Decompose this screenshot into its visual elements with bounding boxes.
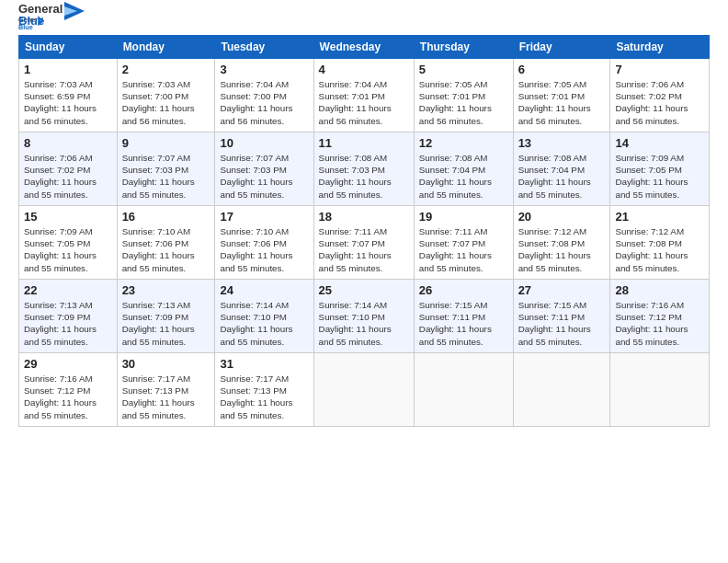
day-number: 20	[518, 210, 606, 224]
day-number: 27	[518, 283, 606, 297]
day-number: 21	[615, 210, 704, 224]
calendar-cell: 10Sunrise: 7:07 AM Sunset: 7:03 PM Dayli…	[215, 132, 313, 206]
calendar-cell: 16Sunrise: 7:10 AM Sunset: 7:06 PM Dayli…	[117, 206, 215, 280]
day-info: Sunrise: 7:14 AM Sunset: 7:10 PM Dayligh…	[220, 299, 308, 348]
calendar-cell	[610, 353, 710, 427]
day-number: 10	[220, 136, 308, 150]
calendar-cell: 15Sunrise: 7:09 AM Sunset: 7:05 PM Dayli…	[19, 206, 118, 280]
day-info: Sunrise: 7:15 AM Sunset: 7:11 PM Dayligh…	[419, 299, 508, 348]
calendar-cell: 13Sunrise: 7:08 AM Sunset: 7:04 PM Dayli…	[513, 132, 610, 206]
calendar-cell: 29Sunrise: 7:16 AM Sunset: 7:12 PM Dayli…	[19, 353, 118, 427]
calendar-cell: 7Sunrise: 7:06 AM Sunset: 7:02 PM Daylig…	[610, 59, 710, 132]
weekday-header-thursday: Thursday	[414, 36, 513, 59]
logo-arrow-icon	[64, 0, 85, 24]
calendar-cell: 28Sunrise: 7:16 AM Sunset: 7:12 PM Dayli…	[610, 280, 710, 353]
calendar-week-2: 8Sunrise: 7:06 AM Sunset: 7:02 PM Daylig…	[19, 132, 710, 206]
calendar-cell	[414, 353, 513, 427]
day-number: 16	[122, 210, 210, 224]
calendar-cell: 8Sunrise: 7:06 AM Sunset: 7:02 PM Daylig…	[19, 132, 118, 206]
day-number: 18	[319, 210, 409, 224]
day-info: Sunrise: 7:03 AM Sunset: 6:59 PM Dayligh…	[24, 78, 112, 127]
calendar-week-1: 1Sunrise: 7:03 AM Sunset: 6:59 PM Daylig…	[19, 59, 710, 132]
logo: General Blue General Blue	[18, 15, 85, 28]
weekday-header-wednesday: Wednesday	[313, 36, 414, 59]
calendar-cell: 5Sunrise: 7:05 AM Sunset: 7:01 PM Daylig…	[414, 59, 513, 132]
day-number: 17	[220, 210, 308, 224]
calendar-cell: 26Sunrise: 7:15 AM Sunset: 7:11 PM Dayli…	[414, 280, 513, 353]
day-info: Sunrise: 7:11 AM Sunset: 7:07 PM Dayligh…	[319, 225, 409, 274]
day-number: 23	[122, 283, 210, 297]
day-info: Sunrise: 7:12 AM Sunset: 7:08 PM Dayligh…	[615, 225, 704, 274]
calendar-week-5: 29Sunrise: 7:16 AM Sunset: 7:12 PM Dayli…	[19, 353, 710, 427]
logo-blue: Blue	[18, 14, 63, 28]
day-info: Sunrise: 7:04 AM Sunset: 7:01 PM Dayligh…	[319, 78, 409, 127]
day-number: 28	[615, 283, 704, 297]
day-info: Sunrise: 7:07 AM Sunset: 7:03 PM Dayligh…	[220, 152, 308, 201]
calendar-cell: 3Sunrise: 7:04 AM Sunset: 7:00 PM Daylig…	[215, 59, 313, 132]
day-info: Sunrise: 7:13 AM Sunset: 7:09 PM Dayligh…	[122, 299, 210, 348]
day-info: Sunrise: 7:14 AM Sunset: 7:10 PM Dayligh…	[319, 299, 409, 348]
day-info: Sunrise: 7:17 AM Sunset: 7:13 PM Dayligh…	[122, 373, 210, 421]
day-info: Sunrise: 7:06 AM Sunset: 7:02 PM Dayligh…	[24, 152, 112, 201]
day-number: 29	[24, 357, 112, 371]
page-header: General Blue General Blue	[18, 15, 710, 28]
weekday-header-tuesday: Tuesday	[215, 36, 313, 59]
day-info: Sunrise: 7:06 AM Sunset: 7:02 PM Dayligh…	[615, 78, 704, 127]
day-number: 13	[518, 136, 606, 150]
calendar-cell: 24Sunrise: 7:14 AM Sunset: 7:10 PM Dayli…	[215, 280, 313, 353]
day-info: Sunrise: 7:15 AM Sunset: 7:11 PM Dayligh…	[518, 299, 606, 348]
day-info: Sunrise: 7:10 AM Sunset: 7:06 PM Dayligh…	[220, 225, 308, 274]
calendar-cell: 11Sunrise: 7:08 AM Sunset: 7:03 PM Dayli…	[313, 132, 414, 206]
day-number: 3	[220, 63, 308, 76]
day-info: Sunrise: 7:08 AM Sunset: 7:04 PM Dayligh…	[518, 152, 606, 201]
day-number: 22	[24, 283, 112, 297]
weekday-header-saturday: Saturday	[610, 36, 710, 59]
calendar-cell	[513, 353, 610, 427]
day-number: 14	[615, 136, 704, 150]
day-number: 5	[419, 63, 508, 76]
calendar-cell: 19Sunrise: 7:11 AM Sunset: 7:07 PM Dayli…	[414, 206, 513, 280]
day-number: 7	[615, 63, 704, 76]
calendar-cell: 21Sunrise: 7:12 AM Sunset: 7:08 PM Dayli…	[610, 206, 710, 280]
day-info: Sunrise: 7:16 AM Sunset: 7:12 PM Dayligh…	[24, 373, 112, 421]
calendar-week-4: 22Sunrise: 7:13 AM Sunset: 7:09 PM Dayli…	[19, 280, 710, 353]
weekday-header-friday: Friday	[513, 36, 610, 59]
day-number: 19	[419, 210, 508, 224]
day-info: Sunrise: 7:09 AM Sunset: 7:05 PM Dayligh…	[615, 152, 704, 201]
calendar-cell: 1Sunrise: 7:03 AM Sunset: 6:59 PM Daylig…	[19, 59, 118, 132]
day-number: 26	[419, 283, 508, 297]
day-info: Sunrise: 7:17 AM Sunset: 7:13 PM Dayligh…	[220, 373, 308, 421]
day-info: Sunrise: 7:08 AM Sunset: 7:03 PM Dayligh…	[319, 152, 409, 201]
calendar-cell: 14Sunrise: 7:09 AM Sunset: 7:05 PM Dayli…	[610, 132, 710, 206]
day-info: Sunrise: 7:11 AM Sunset: 7:07 PM Dayligh…	[419, 225, 508, 274]
calendar-cell: 30Sunrise: 7:17 AM Sunset: 7:13 PM Dayli…	[117, 353, 215, 427]
day-number: 24	[220, 283, 308, 297]
calendar-cell: 22Sunrise: 7:13 AM Sunset: 7:09 PM Dayli…	[19, 280, 118, 353]
day-number: 30	[122, 357, 210, 371]
day-number: 15	[24, 210, 112, 224]
calendar-cell: 4Sunrise: 7:04 AM Sunset: 7:01 PM Daylig…	[313, 59, 414, 132]
day-number: 31	[220, 357, 308, 371]
weekday-header-monday: Monday	[117, 36, 215, 59]
day-number: 25	[319, 283, 409, 297]
day-info: Sunrise: 7:04 AM Sunset: 7:00 PM Dayligh…	[220, 78, 308, 127]
calendar-cell: 20Sunrise: 7:12 AM Sunset: 7:08 PM Dayli…	[513, 206, 610, 280]
day-number: 11	[319, 136, 409, 150]
calendar-cell: 17Sunrise: 7:10 AM Sunset: 7:06 PM Dayli…	[215, 206, 313, 280]
day-info: Sunrise: 7:13 AM Sunset: 7:09 PM Dayligh…	[24, 299, 112, 348]
day-number: 8	[24, 136, 112, 150]
day-number: 4	[319, 63, 409, 76]
day-number: 6	[518, 63, 606, 76]
calendar-cell: 23Sunrise: 7:13 AM Sunset: 7:09 PM Dayli…	[117, 280, 215, 353]
day-info: Sunrise: 7:16 AM Sunset: 7:12 PM Dayligh…	[615, 299, 704, 348]
calendar-table: SundayMondayTuesdayWednesdayThursdayFrid…	[18, 35, 710, 427]
day-info: Sunrise: 7:09 AM Sunset: 7:05 PM Dayligh…	[24, 225, 112, 274]
day-info: Sunrise: 7:05 AM Sunset: 7:01 PM Dayligh…	[518, 78, 606, 127]
calendar-cell: 27Sunrise: 7:15 AM Sunset: 7:11 PM Dayli…	[513, 280, 610, 353]
day-info: Sunrise: 7:12 AM Sunset: 7:08 PM Dayligh…	[518, 225, 606, 274]
calendar-cell: 18Sunrise: 7:11 AM Sunset: 7:07 PM Dayli…	[313, 206, 414, 280]
calendar-cell: 12Sunrise: 7:08 AM Sunset: 7:04 PM Dayli…	[414, 132, 513, 206]
day-number: 12	[419, 136, 508, 150]
calendar-cell: 6Sunrise: 7:05 AM Sunset: 7:01 PM Daylig…	[513, 59, 610, 132]
day-info: Sunrise: 7:03 AM Sunset: 7:00 PM Dayligh…	[122, 78, 210, 127]
